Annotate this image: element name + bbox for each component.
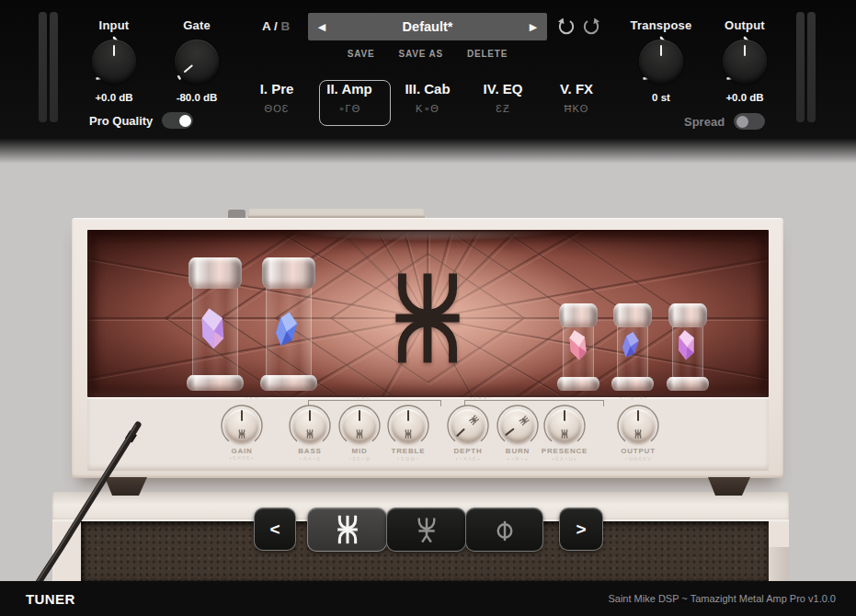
header-bar: Input +0.0 dB Gate -80.0 dB Pro Quality xyxy=(0,0,856,138)
channel-2-button[interactable] xyxy=(386,508,466,552)
gate-knob[interactable] xyxy=(170,35,223,88)
tab-tifinagh-sub: ΘΟƐ xyxy=(235,103,318,114)
knob-pointer xyxy=(407,410,409,421)
footer-bar: TUNER Saint Mike DSP ~ Tamazight Metal A… xyxy=(0,581,856,616)
display-top-highlight xyxy=(262,230,593,245)
knob-pointer xyxy=(564,410,565,421)
tab-cab[interactable]: III. Cab K∘Θ xyxy=(386,81,469,115)
preset-next-button[interactable]: ▶ xyxy=(519,21,547,33)
left-arrow-icon: < xyxy=(269,519,280,540)
knob-pointer xyxy=(241,410,243,421)
face-tifinagh-mark: ∘XΘƐ xyxy=(334,394,389,400)
knob-pointer xyxy=(637,410,639,421)
treble-knob[interactable] xyxy=(386,404,430,448)
magenta-gem-icon xyxy=(674,327,700,361)
channel-selector xyxy=(307,508,542,552)
channel-prev-button[interactable]: < xyxy=(254,508,296,551)
preset-prev-button[interactable]: ◀ xyxy=(308,21,336,33)
knob-sub-glyphs: +ƐX∘U+ xyxy=(535,455,594,462)
mini-aza-icon xyxy=(405,429,412,439)
tab-eq[interactable]: IV. EQ ƐƵ xyxy=(462,81,544,114)
spread-toggle[interactable] xyxy=(734,113,765,130)
spread-label: Spread xyxy=(684,115,725,129)
tube-cap xyxy=(188,257,242,289)
mid-knob[interactable] xyxy=(337,404,382,448)
knob-body xyxy=(451,409,485,442)
ab-a: A xyxy=(262,19,270,33)
knob-pointer xyxy=(744,45,747,56)
input-level-meter xyxy=(39,12,58,122)
knob-pointer xyxy=(660,45,663,56)
meter-bar xyxy=(796,12,805,122)
save-button[interactable]: SAVE xyxy=(348,49,375,59)
tuner-button[interactable]: TUNER xyxy=(26,591,75,607)
mini-aza-icon xyxy=(634,429,642,439)
ab-selector[interactable]: A / B xyxy=(262,19,290,33)
output-amp-knob[interactable] xyxy=(616,404,660,448)
mid-knob-module: MID ∘ƐƐ∘Θ xyxy=(337,404,382,462)
transpose-knob[interactable] xyxy=(634,35,688,88)
pro-quality-toggle[interactable] xyxy=(162,112,193,129)
bass-knob[interactable] xyxy=(288,404,332,448)
gain-knob[interactable] xyxy=(220,404,264,448)
pro-quality-label: Pro Quality xyxy=(89,114,153,128)
output-knob[interactable] xyxy=(718,35,771,88)
knob-body xyxy=(392,409,425,442)
tab-tifinagh-sub: ĦKʘ xyxy=(535,103,618,114)
pro-quality-toggle-row: Pro Quality xyxy=(89,112,193,129)
aza-icon xyxy=(336,515,360,544)
save-as-button[interactable]: SAVE AS xyxy=(399,49,443,59)
mini-aza-icon xyxy=(238,429,245,439)
knob-body xyxy=(175,40,219,84)
preset-name[interactable]: Default* xyxy=(336,19,519,34)
amp-handle-bracket xyxy=(228,210,245,218)
undo-icon[interactable] xyxy=(557,17,576,36)
toggle-knob xyxy=(736,116,748,128)
amp-head: POWER +ΘΘΛ∘ ∘XΘƐ +ƐΘΘ∘ +∘ΙΘ∘Ɛ+ Created b… xyxy=(72,218,783,478)
channel-next-button[interactable]: > xyxy=(559,508,603,551)
tube-base xyxy=(557,377,599,391)
knob-label: PRESENCE xyxy=(535,447,594,455)
delete-button[interactable]: DELETE xyxy=(467,49,508,59)
output-knob-label: Output xyxy=(690,18,800,32)
amp-display xyxy=(87,230,769,397)
knob-pointer xyxy=(505,428,515,436)
knob-body xyxy=(501,409,534,442)
mini-aza-icon xyxy=(519,415,531,426)
ab-separator: / xyxy=(270,19,280,33)
right-arrow-icon: > xyxy=(576,519,586,540)
tab-tifinagh-sub: K∘Θ xyxy=(386,103,469,115)
burn-knob[interactable] xyxy=(496,404,540,448)
knob-label: GAIN xyxy=(212,447,271,455)
tab-pre[interactable]: I. Pre ΘΟƐ xyxy=(235,81,318,114)
mini-aza-icon xyxy=(468,415,480,427)
knob-pointer xyxy=(183,64,193,74)
output-level-meter xyxy=(796,12,816,122)
tab-amp[interactable]: II. Amp ∘ΓΘ xyxy=(308,81,391,115)
plugin-version-text: Saint Mike DSP ~ Tamazight Metal Amp Pro… xyxy=(608,593,836,604)
toggle-knob xyxy=(179,115,191,127)
aza-figure-icon xyxy=(413,516,440,544)
knob-sub-glyphs: +ƐXXƐ+ xyxy=(212,455,271,461)
preset-actions: SAVE SAVE AS DELETE xyxy=(308,49,547,59)
output-knob-value: +0.0 dB xyxy=(690,92,800,103)
presence-knob[interactable] xyxy=(542,404,587,448)
mini-aza-icon xyxy=(306,429,314,439)
knob-body xyxy=(723,40,767,84)
depth-knob[interactable] xyxy=(446,404,490,448)
bass-knob-module: BASS ∘ΛΛ∘Ɛ xyxy=(288,404,332,462)
input-knob[interactable] xyxy=(87,35,141,88)
channel-1-button[interactable] xyxy=(307,508,387,552)
depth-knob-module: DEPTH +∘XΛƐ+ xyxy=(446,404,490,462)
output-amp-knob-module: OUTPUT ∘ΘΘƐKV xyxy=(616,404,660,462)
channel-3-button[interactable] xyxy=(465,508,543,552)
tab-label: IV. EQ xyxy=(462,81,544,97)
knob-pointer xyxy=(359,410,360,421)
knob-label: TREBLE xyxy=(379,447,438,455)
tube-cap xyxy=(613,303,652,327)
tab-label: I. Pre xyxy=(235,81,318,97)
knob-pointer xyxy=(309,410,311,421)
knob-body xyxy=(293,409,326,442)
redo-icon[interactable] xyxy=(582,17,600,36)
circle-bar-icon xyxy=(491,516,519,544)
